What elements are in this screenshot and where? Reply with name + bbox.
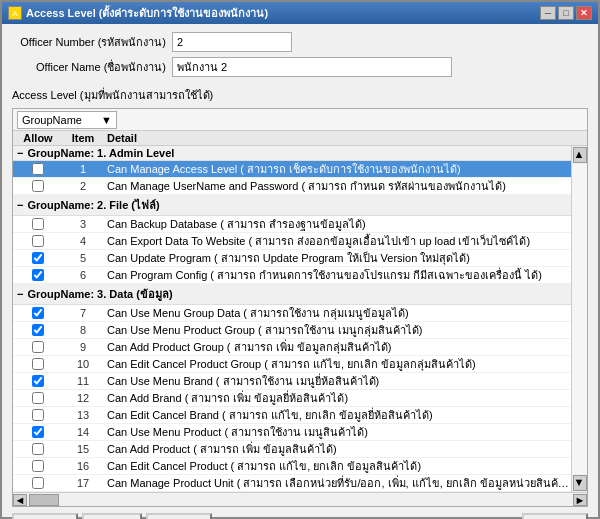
access-checkbox[interactable] (32, 252, 44, 264)
item-number: 6 (63, 269, 103, 281)
scroll-left-button[interactable]: ◄ (13, 494, 27, 506)
close-window-button[interactable]: ✕ (576, 6, 592, 20)
access-checkbox[interactable] (32, 375, 44, 387)
item-number: 2 (63, 180, 103, 192)
list-row[interactable]: 6Can Program Config ( สามารถ กำหนดการใช้… (13, 267, 571, 284)
item-detail: Can Update Program ( สามารถ Update Progr… (103, 249, 571, 267)
access-checkbox[interactable] (32, 269, 44, 281)
content-area: Officer Number (รหัสพนักงาน) Officer Nam… (2, 24, 598, 519)
item-detail: Can Backup Database ( สามารถ สำรองฐานข้อ… (103, 215, 571, 233)
list-row[interactable]: 5Can Update Program ( สามารถ Update Prog… (13, 250, 571, 267)
group-header: −GroupName: 2. File (ไฟล์) (13, 195, 571, 216)
clear-button[interactable]: Clear (82, 513, 142, 519)
item-detail: Can Edit Cancel Brand ( สามารถ แก้ไข, ยก… (103, 406, 571, 424)
item-number: 10 (63, 358, 103, 370)
vertical-scrollbar[interactable]: ▲ ▼ (571, 146, 587, 492)
item-number: 9 (63, 341, 103, 353)
item-number: 1 (63, 163, 103, 175)
access-checkbox[interactable] (32, 341, 44, 353)
list-row[interactable]: 17Can Manage Product Unit ( สามารถ เลือก… (13, 475, 571, 492)
access-checkbox[interactable] (32, 218, 44, 230)
list-header: GroupName ▼ (13, 109, 587, 131)
item-detail: Can Use Menu Product ( สามารถใช้งาน เมนู… (103, 423, 571, 441)
list-row[interactable]: 12Can Add Brand ( สามารถ เพิ่ม ข้อมูลยี่… (13, 390, 571, 407)
window-title: Access Level (ตั้งค่าระดับการใช้งานของพน… (26, 4, 268, 22)
bottom-toolbar: 💾 Save Clear Check All ⏻ Close (12, 513, 588, 519)
item-detail: Can Use Menu Product Group ( สามารถใช้งา… (103, 321, 571, 339)
item-detail: Can Edit Cancel Product ( สามารถ แก้ไข, … (103, 457, 571, 475)
item-detail: Can Program Config ( สามารถ กำหนดการใช้ง… (103, 266, 571, 284)
access-checkbox[interactable] (32, 180, 44, 192)
access-checkbox[interactable] (32, 235, 44, 247)
item-number: 15 (63, 443, 103, 455)
access-checkbox[interactable] (32, 392, 44, 404)
officer-number-row: Officer Number (รหัสพนักงาน) (12, 32, 588, 52)
access-checkbox[interactable] (32, 307, 44, 319)
item-number: 14 (63, 426, 103, 438)
item-detail: Can Add Brand ( สามารถ เพิ่ม ข้อมูลยี่ห้… (103, 389, 571, 407)
item-number: 11 (63, 375, 103, 387)
item-number: 5 (63, 252, 103, 264)
list-row[interactable]: 16Can Edit Cancel Product ( สามารถ แก้ไข… (13, 458, 571, 475)
list-row[interactable]: 13Can Edit Cancel Brand ( สามารถ แก้ไข, … (13, 407, 571, 424)
list-row[interactable]: 11Can Use Menu Brand ( สามารถใช้งาน เมนู… (13, 373, 571, 390)
column-headers: Allow Item Detail (13, 131, 587, 146)
item-detail: Can Edit Cancel Product Group ( สามารถ แ… (103, 355, 571, 373)
col-item: Item (63, 132, 103, 144)
access-checkbox[interactable] (32, 409, 44, 421)
item-detail: Can Add Product Group ( สามารถ เพิ่ม ข้อ… (103, 338, 571, 356)
item-detail: Can Manage Product Unit ( สามารถ เลือกหน… (103, 474, 571, 492)
main-window: A Access Level (ตั้งค่าระดับการใช้งานของ… (0, 0, 600, 519)
list-row[interactable]: 3Can Backup Database ( สามารถ สำรองฐานข้… (13, 216, 571, 233)
access-checkbox[interactable] (32, 163, 44, 175)
access-level-list: GroupName ▼ Allow Item Detail −GroupName… (12, 108, 588, 507)
list-row[interactable]: 14Can Use Menu Product ( สามารถใช้งาน เม… (13, 424, 571, 441)
check-all-button[interactable]: Check All (146, 513, 212, 519)
list-row[interactable]: 10Can Edit Cancel Product Group ( สามารถ… (13, 356, 571, 373)
scroll-up-button[interactable]: ▲ (573, 147, 587, 163)
save-button[interactable]: 💾 Save (12, 513, 78, 519)
officer-name-row: Officer Name (ชื่อพนักงาน) (12, 57, 588, 77)
item-detail: Can Add Product ( สามารถ เพิ่ม ข้อมูลสิน… (103, 440, 571, 458)
list-row[interactable]: 8Can Use Menu Product Group ( สามารถใช้ง… (13, 322, 571, 339)
group-header: −GroupName: 1. Admin Level (13, 146, 571, 161)
officer-number-input[interactable] (172, 32, 292, 52)
list-row[interactable]: 4Can Export Data To Website ( สามารถ ส่ง… (13, 233, 571, 250)
scroll-right-button[interactable]: ► (573, 494, 587, 506)
list-row[interactable]: 1Can Manage Access Level ( สามารถ เช็คระ… (13, 161, 571, 178)
list-body[interactable]: −GroupName: 1. Admin Level1Can Manage Ac… (13, 146, 571, 492)
item-number: 8 (63, 324, 103, 336)
list-row[interactable]: 15Can Add Product ( สามารถ เพิ่ม ข้อมูลส… (13, 441, 571, 458)
officer-number-label: Officer Number (รหัสพนักงาน) (12, 33, 172, 51)
access-checkbox[interactable] (32, 426, 44, 438)
minimize-button[interactable]: ─ (540, 6, 556, 20)
list-row[interactable]: 2Can Manage UserName and Password ( สามา… (13, 178, 571, 195)
item-detail: Can Manage UserName and Password ( สามาร… (103, 177, 571, 195)
officer-name-label: Officer Name (ชื่อพนักงาน) (12, 58, 172, 76)
item-number: 16 (63, 460, 103, 472)
item-detail: Can Export Data To Website ( สามารถ ส่งอ… (103, 232, 571, 250)
item-detail: Can Use Menu Brand ( สามารถใช้งาน เมนูยี… (103, 372, 571, 390)
groupname-dropdown[interactable]: GroupName ▼ (17, 111, 117, 129)
scroll-down-button[interactable]: ▼ (573, 475, 587, 491)
horizontal-scrollbar[interactable]: ◄ ► (13, 492, 587, 506)
access-checkbox[interactable] (32, 443, 44, 455)
item-number: 17 (63, 477, 103, 489)
h-scroll-thumb[interactable] (29, 494, 59, 506)
access-level-label: Access Level (มุมที่พนักงานสามารถใช้ได้) (12, 86, 588, 104)
col-detail: Detail (103, 132, 587, 144)
list-row[interactable]: 7Can Use Menu Group Data ( สามารถใช้งาน … (13, 305, 571, 322)
access-checkbox[interactable] (32, 358, 44, 370)
access-checkbox[interactable] (32, 460, 44, 472)
app-icon: A (8, 6, 22, 20)
item-detail: Can Use Menu Group Data ( สามารถใช้งาน ก… (103, 304, 571, 322)
group-header: −GroupName: 3. Data (ข้อมูล) (13, 284, 571, 305)
list-row[interactable]: 9Can Add Product Group ( สามารถ เพิ่ม ข้… (13, 339, 571, 356)
officer-name-input[interactable] (172, 57, 452, 77)
access-checkbox[interactable] (32, 477, 44, 489)
item-number: 7 (63, 307, 103, 319)
access-checkbox[interactable] (32, 324, 44, 336)
maximize-button[interactable]: □ (558, 6, 574, 20)
item-detail: Can Manage Access Level ( สามารถ เช็คระด… (103, 160, 571, 178)
close-button[interactable]: ⏻ Close (522, 513, 588, 519)
